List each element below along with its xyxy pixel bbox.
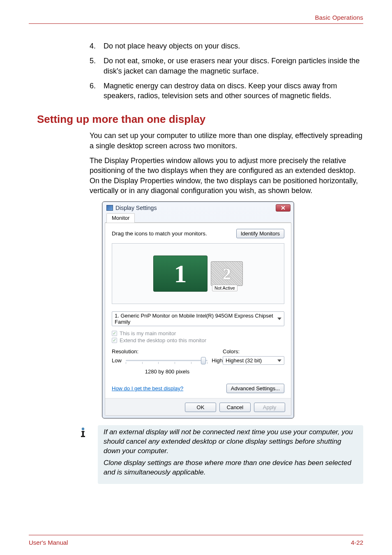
- info-icon: [77, 427, 89, 438]
- monitor-1[interactable]: 1: [153, 256, 208, 292]
- slider-low-label: Low: [112, 357, 122, 364]
- list-item: 5. Do not eat, smoke, or use erasers nea…: [90, 56, 363, 76]
- check-icon: ✓: [113, 338, 116, 343]
- ok-button[interactable]: OK: [185, 403, 216, 412]
- monitor-arrangement-area[interactable]: 1 2 Not Active: [112, 243, 284, 304]
- drag-instruction: Drag the icons to match your monitors.: [112, 230, 207, 237]
- display-settings-dialog: Display Settings Monitor Drag the icons …: [102, 201, 294, 419]
- svg-point-0: [82, 428, 84, 430]
- slider-thumb[interactable]: [201, 357, 206, 364]
- chevron-down-icon: [277, 318, 281, 320]
- paragraph: You can set up your computer to utilize …: [90, 131, 363, 151]
- tab-monitor[interactable]: Monitor: [106, 213, 135, 223]
- monitor-2[interactable]: 2 Not Active: [211, 261, 243, 286]
- checkbox-label: This is my main monitor: [120, 330, 176, 336]
- chevron-down-icon: [277, 359, 281, 362]
- colors-label: Colors:: [223, 348, 284, 355]
- footer-left: User's Manual: [29, 539, 68, 546]
- cancel-button[interactable]: Cancel: [219, 403, 251, 412]
- paragraph: The Display Properties window allows you…: [90, 156, 363, 196]
- svg-rect-2: [82, 431, 84, 436]
- monitor-1-label: 1: [174, 259, 187, 288]
- colors-value: Highest (32 bit): [226, 357, 262, 364]
- footer-rule: [29, 535, 363, 535]
- note-paragraph: Clone display settings are those where m…: [104, 458, 357, 477]
- list-number: 6.: [90, 81, 104, 101]
- header-rule: [29, 23, 363, 24]
- resolution-value: 1280 by 800 pixels: [112, 368, 223, 375]
- svg-rect-3: [81, 436, 85, 437]
- apply-button[interactable]: Apply: [254, 403, 285, 412]
- main-monitor-checkbox-row: ✓ This is my main monitor: [112, 330, 284, 336]
- slider-high-label: High: [212, 357, 223, 364]
- dialog-title: Display Settings: [115, 205, 157, 211]
- best-display-link[interactable]: How do I get the best display?: [112, 385, 183, 391]
- list-text: Magnetic energy can destroy data on disc…: [104, 81, 363, 101]
- note-box: If an external display will not be conne…: [98, 425, 363, 484]
- section-heading: Setting up more than one display: [37, 113, 363, 126]
- list-item: 4. Do not place heavy objects on your di…: [90, 41, 363, 51]
- note-paragraph: If an external display will not be conne…: [104, 428, 357, 456]
- checkbox: ✓: [112, 331, 117, 336]
- not-active-badge: Not Active: [212, 285, 238, 291]
- list-text: Do not eat, smoke, or use erasers near y…: [104, 56, 363, 76]
- display-icon: [106, 205, 113, 211]
- monitor-2-label: 2: [223, 264, 231, 283]
- checkbox: ✓: [112, 338, 117, 343]
- resolution-label: Resolution:: [112, 348, 223, 355]
- dialog-titlebar[interactable]: Display Settings: [105, 203, 291, 213]
- list-text: Do not place heavy objects on your discs…: [104, 41, 240, 51]
- close-button[interactable]: [276, 204, 291, 212]
- checkbox-label: Extend the desktop onto this monitor: [120, 337, 206, 343]
- combo-value: 1. Generic PnP Monitor on Mobile Intel(R…: [115, 313, 277, 325]
- list-number: 4.: [90, 41, 104, 51]
- section-header: Basic Operations: [29, 14, 363, 21]
- list-number: 5.: [90, 56, 104, 76]
- check-icon: ✓: [113, 331, 116, 336]
- monitor-select-combo[interactable]: 1. Generic PnP Monitor on Mobile Intel(R…: [112, 311, 284, 326]
- identify-monitors-button[interactable]: Identify Monitors: [236, 229, 284, 238]
- advanced-settings-button[interactable]: Advanced Settings...: [226, 384, 284, 393]
- footer-right: 4-22: [351, 539, 363, 546]
- resolution-slider[interactable]: [126, 356, 208, 364]
- colors-combo[interactable]: Highest (32 bit): [223, 356, 284, 365]
- extend-desktop-checkbox-row: ✓ Extend the desktop onto this monitor: [112, 337, 284, 343]
- list-item: 6. Magnetic energy can destroy data on d…: [90, 81, 363, 101]
